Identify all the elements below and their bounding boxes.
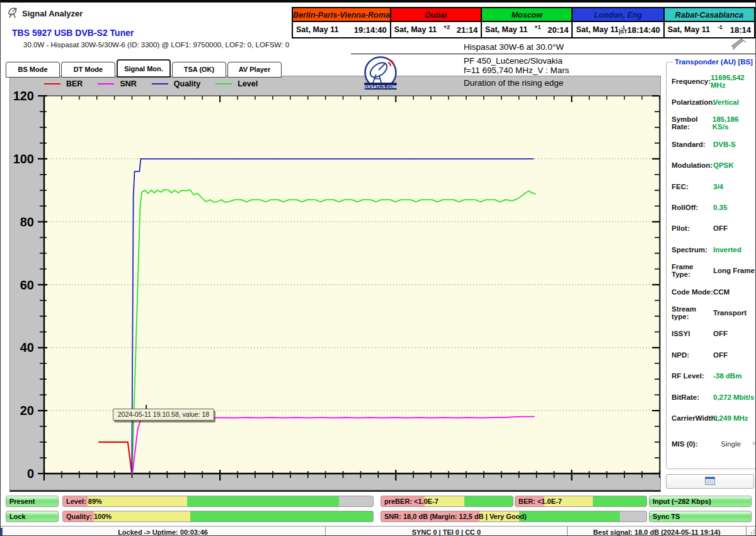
- tab-av-player[interactable]: AV Player: [227, 62, 282, 78]
- clock-london-eng: London, EngSat, May 11-1)ST18:14:40: [573, 8, 664, 37]
- y-axis-tick-label: 40: [10, 340, 34, 355]
- status-uptime: Locked -> Uptime: 00:03:46: [1, 527, 326, 536]
- clock-time: Sat, May 11-118:14: [665, 22, 754, 37]
- field-label: Standard:: [672, 141, 713, 148]
- transponder-row-symbol-rate: Symbol Rate:185,186 KS/s: [672, 113, 756, 134]
- transponder-row-polarization: Polarization:Vertical: [672, 91, 756, 112]
- clock-moscow: MoscowSat, May 11+120:14: [482, 8, 573, 37]
- field-value: Vertical: [713, 98, 739, 106]
- tab-tsa-ok[interactable]: TSA (OK): [172, 62, 226, 78]
- clock-berlin-paris-vienna-roma: Berlin-Paris-Vienna-RomaSat, May 1119:14…: [293, 8, 391, 37]
- field-label: Spectrum:: [672, 246, 713, 253]
- clock-city-label: Moscow: [482, 8, 571, 22]
- clock-rabat-casablanca: Rabat-CasablancaSat, May 11-118:14: [665, 8, 754, 37]
- field-label: NPD:: [672, 351, 713, 359]
- clock-city-label: Berlin-Paris-Vienna-Roma: [293, 8, 390, 22]
- field-label: ISSYI: [672, 330, 713, 337]
- tuner-title: TBS 5927 USB DVB-S2 Tuner: [12, 28, 134, 38]
- clock-offset: +2: [437, 24, 457, 30]
- field-label: RollOff:: [672, 204, 713, 211]
- legend-item-ber: BER: [44, 79, 83, 88]
- status-bar-lock: Lock: [6, 511, 59, 522]
- series-quality: [132, 159, 534, 474]
- field-label: Code Mode:: [672, 288, 713, 296]
- field-value: 0,249 MHz: [713, 414, 748, 422]
- world-clocks: Berlin-Paris-Vienna-RomaSat, May 1119:14…: [292, 7, 755, 38]
- y-axis-tick-label: 80: [10, 214, 34, 230]
- chart-tooltip: 2024-05-11 19.10.58, value: 18: [113, 409, 214, 421]
- legend-label: Level: [238, 79, 258, 88]
- tab-dt-mode[interactable]: DT Mode: [61, 62, 115, 78]
- y-axis-tick-label: 0: [10, 466, 34, 481]
- transponder-row-rolloff: RollOff:0.35: [672, 197, 756, 218]
- legend-label: Quality: [174, 79, 200, 88]
- field-value: Inverted: [713, 246, 742, 253]
- series-snr: [132, 416, 534, 474]
- status-sync-counters: SYNC 0 | TEI 0 | CC 0: [326, 527, 568, 536]
- legend-item-quality: Quality: [152, 79, 200, 88]
- status-bar-preber: preBER: <1.0E-7: [381, 496, 513, 507]
- clock-dst-badge: -1)ST: [619, 25, 627, 34]
- clock-city-label: Rabat-Casablanca: [665, 8, 754, 22]
- y-axis-tick-label: 60: [10, 277, 34, 293]
- field-label: Polarization:: [672, 98, 713, 106]
- field-value: OFF: [713, 224, 728, 232]
- transponder-row-frequency: Frequency:11695,542 MHz: [672, 71, 756, 91]
- clock-time: Sat, May 11+221:14: [391, 22, 481, 37]
- transponder-row-rf-level: RF Level:-38 dBm: [672, 365, 756, 386]
- field-value: 0.35: [713, 204, 727, 211]
- clock-time: Sat, May 1119:14:40: [293, 22, 390, 37]
- transponder-row-spectrum: Spectrum:Inverted: [672, 239, 756, 260]
- chevron-down-icon[interactable]: ˅: [752, 440, 756, 447]
- site-name: PF 450_Lučenec/Slovakia: [464, 56, 563, 66]
- chart-annotation: Duration of the rising edge: [464, 78, 563, 88]
- legend-label: BER: [66, 79, 83, 88]
- field-value: -38 dBm: [713, 372, 742, 380]
- clock-hhmm: 18:14:40: [627, 25, 660, 35]
- status-bar-input-282-kbps: Input (~282 Kbps): [649, 496, 752, 507]
- clock-time: Sat, May 11-1)ST18:14:40: [573, 22, 663, 37]
- clock-date: Sat, May 11: [668, 25, 710, 34]
- legend-color-dash: [98, 83, 114, 84]
- legend-label: SNR: [120, 79, 136, 88]
- mis-value[interactable]: Single: [721, 440, 741, 448]
- transponder-row-standard: Standard:DVB-S: [672, 134, 756, 154]
- y-axis-tick-label: 120: [10, 88, 34, 103]
- mis-select-row[interactable]: MIS (0): Single ˅: [672, 434, 756, 453]
- clock-dubai: DubaiSat, May 11+221:14: [391, 8, 482, 37]
- transponder-row-frame-type: Frame Type:Long Frame: [672, 260, 756, 281]
- clock-date: Sat, May 11: [296, 25, 338, 34]
- field-value: DVB-S: [713, 141, 736, 148]
- y-axis-tick-label: 20: [10, 403, 34, 418]
- list-icon: [705, 476, 715, 487]
- tab-bs-mode[interactable]: BS Mode: [6, 62, 60, 78]
- field-label: Frame Type:: [672, 263, 713, 278]
- tab-signal-mon[interactable]: Signal Mon.: [117, 59, 171, 78]
- field-label: Symbol Rate:: [672, 115, 713, 131]
- clock-offset: +1: [528, 24, 548, 30]
- field-label: Pilot:: [672, 224, 713, 232]
- status-bar-level: Level: 89%: [62, 496, 374, 507]
- field-value: 11695,542 MHz: [711, 74, 756, 89]
- clock-date: Sat, May 11: [485, 25, 527, 34]
- series-ber: [99, 442, 132, 474]
- dxsatcs-logo: DXSATCS.COM: [362, 56, 399, 93]
- frequency-label: f=11 695,740 MHz_V : Mars: [464, 66, 569, 75]
- status-bar: Locked -> Uptime: 00:03:46 SYNC 0 | TEI …: [1, 526, 756, 536]
- resize-grip-icon[interactable]: [747, 527, 756, 536]
- status-bar-quality: Quality: 100%: [62, 511, 374, 522]
- status-best-signal: Best signal: 18,0 dB (2024-05-11 19:14): [568, 527, 747, 536]
- transponder-row-code-mode: Code Mode:CCM: [672, 281, 756, 302]
- field-label: RF Level:: [672, 372, 713, 380]
- transponder-row-pilot: Pilot:OFF: [672, 218, 756, 239]
- small-dish-icon: [730, 37, 747, 52]
- legend-item-snr: SNR: [98, 79, 136, 88]
- transponder-row-fec: FEC:3/4: [672, 176, 756, 197]
- indicator-bars-row-1: PresentLevel: 89%preBER: <1.0E-7BER: <1.…: [1, 496, 756, 507]
- field-value: Transport: [713, 309, 747, 317]
- transponder-list-button[interactable]: [666, 474, 754, 489]
- field-label: Modulation:: [672, 161, 713, 169]
- signal-monitor-chart: BERSNRQualityLevel Duration of the risin…: [9, 76, 661, 492]
- field-value: QPSK: [713, 161, 734, 169]
- field-label: Frequency:: [672, 78, 711, 85]
